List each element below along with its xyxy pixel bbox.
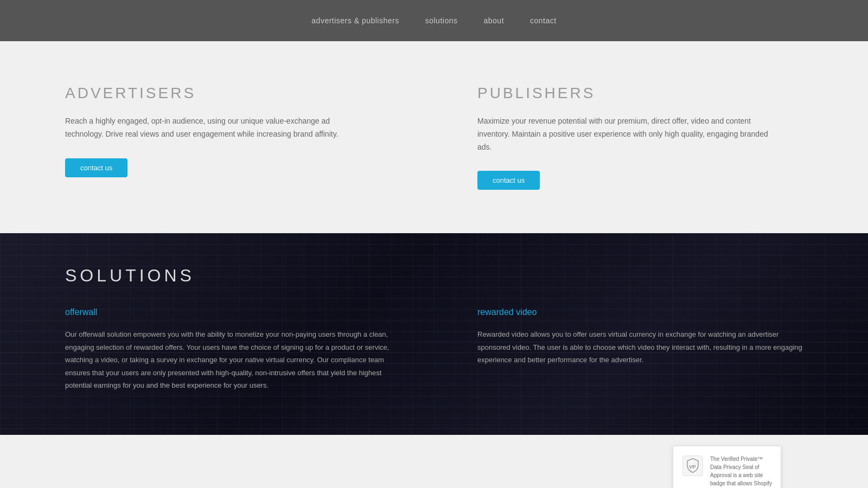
verified-private-popup: VP The Verified Private™ Data Privacy Se… [673,446,781,488]
offerwall-description: Our offerwall solution empowers you with… [65,328,391,391]
offerwall-name: offerwall [65,307,391,317]
nav-about[interactable]: about [483,16,504,25]
publishers-description: Maximize your revenue potential with our… [477,115,781,153]
solutions-title: SOLUTIONS [65,266,803,286]
nav-solutions[interactable]: solutions [425,16,458,25]
nav-advertisers-publishers[interactable]: advertisers & publishers [311,16,399,25]
footer-area: VP The Verified Private™ Data Privacy Se… [0,435,868,488]
main-nav: advertisers & publishers solutions about… [0,0,868,41]
publishers-contact-button[interactable]: contact us [477,171,540,190]
advertisers-publishers-section: ADVERTISERS Reach a highly engaged, opt-… [0,41,868,233]
publishers-title: PUBLISHERS [477,85,803,102]
nav-contact[interactable]: contact [530,16,557,25]
advertisers-contact-button[interactable]: contact us [65,158,127,177]
verified-private-text: The Verified Private™ Data Privacy Seal … [710,455,772,488]
rewarded-video-col: rewarded video Rewarded video allows you… [434,307,803,391]
svg-text:VP: VP [689,464,695,470]
advertisers-col: ADVERTISERS Reach a highly engaged, opt-… [65,85,434,190]
offerwall-col: offerwall Our offerwall solution empower… [65,307,434,391]
verified-private-logo: VP [682,455,704,477]
solutions-section: SOLUTIONS offerwall Our offerwall soluti… [0,233,868,435]
rewarded-video-name: rewarded video [477,307,803,317]
publishers-col: PUBLISHERS Maximize your revenue potenti… [434,85,803,190]
solutions-content: SOLUTIONS offerwall Our offerwall soluti… [65,266,803,391]
rewarded-video-description: Rewarded video allows you to offer users… [477,328,803,366]
solutions-columns: offerwall Our offerwall solution empower… [65,307,803,391]
advertisers-description: Reach a highly engaged, opt-in audience,… [65,115,369,141]
advertisers-title: ADVERTISERS [65,85,391,102]
